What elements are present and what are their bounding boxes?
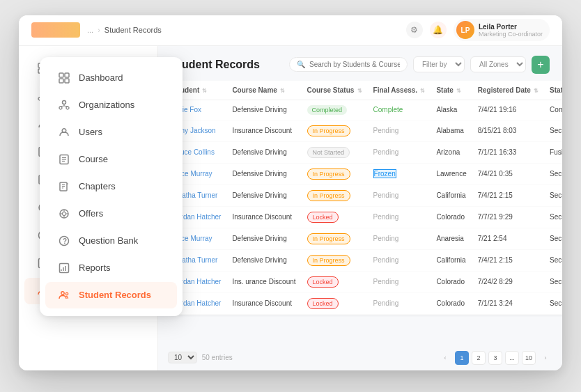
col-header-final-assess.[interactable]: Final Assess. ⇅ [368, 81, 431, 100]
breadcrumb-current: Student Records [104, 26, 162, 34]
breadcrumb-sep: › [98, 26, 100, 34]
table-row: Jordan Hatcher Insurance Discount Locked… [168, 292, 562, 314]
reg-date: 7/4/21 0:35 [472, 163, 544, 185]
course-name: Insurance Discount [226, 120, 301, 141]
status: Security Info Pending [544, 206, 562, 228]
app-wrapper: ... › Student Records ⚙ 🔔 LP Leila Porte… [19, 15, 562, 377]
page-btn-2[interactable]: 2 [472, 351, 486, 365]
final-assess: Pending [368, 292, 431, 314]
reg-date: 7/4/21 2:15 [472, 249, 544, 271]
reg-date: 8/15/21 8:03 [472, 120, 544, 141]
sidebar-item-reports[interactable]: Reports [45, 255, 177, 281]
reg-date: 7/1/21 16:33 [472, 141, 544, 163]
svg-rect-62 [60, 263, 69, 272]
svg-line-42 [61, 106, 64, 107]
course-status: Locked [302, 271, 368, 292]
status: Security Info Pending [544, 228, 562, 249]
course-status: Locked [302, 206, 368, 228]
col-header-course-status[interactable]: Course Status ⇅ [302, 81, 368, 100]
top-bar: ... › Student Records ⚙ 🔔 LP Leila Porte… [19, 15, 562, 46]
filter-by-select[interactable]: Filter by [413, 56, 465, 72]
course-status: Not Started [302, 141, 368, 163]
sidebar-item-question-bank[interactable]: ?Question Bank [45, 228, 177, 254]
col-header-state[interactable]: State ⇅ [431, 81, 472, 100]
sidebar-item-users[interactable]: Users [45, 119, 177, 146]
state: California [431, 249, 472, 271]
svg-text:?: ? [63, 237, 67, 245]
sidebar-item-label-organizations: Organizations [79, 100, 134, 110]
course-status: Locked [302, 292, 368, 314]
status: Security Info Pending [544, 185, 562, 206]
course-name: Defensive Driving [226, 249, 301, 271]
col-header-status[interactable]: Status ⇅ [544, 81, 562, 100]
organizations-icon [58, 99, 70, 111]
svg-rect-35 [65, 73, 69, 77]
course-status: In Progress [302, 120, 368, 141]
svg-point-55 [63, 212, 66, 215]
svg-point-66 [61, 291, 64, 294]
reg-date: 7/7/21 9:29 [472, 206, 544, 228]
search-box[interactable]: 🔍 [289, 57, 408, 72]
pagination-next[interactable]: › [539, 351, 552, 365]
student-records-icon [58, 289, 70, 301]
course-name: Insurance Discount [226, 206, 301, 228]
table-row: Alice Murray Defensive Driving In Progre… [168, 228, 562, 249]
table-wrapper: Student ⇅Course Name ⇅Course Status ⇅Fin… [158, 81, 562, 345]
course-name: Defensive Driving [226, 141, 301, 163]
status: Completed [544, 100, 562, 120]
table-row: Keatha Turner Defensive Driving In Progr… [168, 185, 562, 206]
svg-rect-36 [59, 79, 63, 83]
sidebar-item-chapters[interactable]: Chapters [45, 173, 177, 200]
chapters-icon [58, 180, 70, 193]
per-page-select[interactable]: 10 25 50 [168, 352, 197, 363]
page-btn-1[interactable]: 1 [455, 351, 469, 365]
sidebar-item-label-course: Course [79, 154, 108, 164]
user-info: Leila Porter Marketing Co-ordinator [479, 23, 543, 38]
zones-select[interactable]: All Zones [470, 56, 526, 72]
status: Security Info Pending [544, 163, 562, 185]
col-header-registered-date[interactable]: Registered Date ⇅ [472, 81, 544, 100]
sidebar-item-organizations[interactable]: Organizations [45, 92, 177, 118]
sidebar-item-dashboard[interactable]: Dashboard [45, 65, 177, 91]
page-title: Student Records [171, 58, 260, 71]
table-row: Julie Fox Defensive Driving Completed Co… [168, 100, 562, 120]
add-button[interactable]: + [532, 56, 550, 74]
final-assess: Complete [368, 100, 431, 120]
content-area: Student Records 🔍 Filter by All Zones + [158, 46, 562, 370]
course-status: In Progress [302, 163, 368, 185]
pagination-prev[interactable]: ‹ [438, 351, 452, 365]
col-header-course-name[interactable]: Course Name ⇅ [226, 81, 301, 100]
sidebar-item-course[interactable]: Course [45, 146, 177, 173]
pagination-bar: 10 25 50 50 entries ‹123...10› [158, 345, 562, 370]
course-icon [58, 153, 70, 166]
table-row: Jordan Hatcher Insurance Discount Locked… [168, 206, 562, 228]
total-entries: 50 entries [202, 354, 233, 361]
state: Anaresia [431, 228, 472, 249]
settings-icon-btn[interactable]: ⚙ [406, 22, 423, 38]
reg-date: 7/24/2 8:29 [472, 271, 544, 292]
user-chip[interactable]: LP Leila Porter Marketing Co-ordinator [454, 19, 550, 41]
avatar: LP [456, 21, 474, 39]
status: Security Info Pending [544, 271, 562, 292]
course-name: Defensive Driving [226, 228, 301, 249]
offers-icon [58, 207, 70, 220]
table-row: Alice Murray Defensive Driving In Progre… [168, 163, 562, 185]
svg-point-40 [66, 107, 69, 109]
table-row: Keatha Turner Defensive Driving In Progr… [168, 249, 562, 271]
reg-date: 7/4/21 2:15 [472, 185, 544, 206]
page-btn-10[interactable]: 10 [522, 351, 536, 365]
table-row: Jordan Hatcher Ins. urance Discount Lock… [168, 271, 562, 292]
page-btn-3[interactable]: 3 [488, 351, 502, 365]
final-assess: Frozen [368, 163, 431, 185]
notification-icon-btn[interactable]: 🔔 [430, 22, 447, 38]
sidebar-item-student-records[interactable]: Student Records [45, 282, 177, 308]
search-input[interactable] [309, 61, 400, 68]
page-btn-...[interactable]: ... [505, 351, 519, 365]
svg-point-39 [59, 107, 62, 109]
sidebar-item-offers[interactable]: Offers [45, 201, 177, 227]
final-assess: Pending [368, 206, 431, 228]
sidebar-item-label-reports: Reports [79, 262, 111, 273]
table-row: Tony Jackson Insurance Discount In Progr… [168, 120, 562, 141]
app-logo [31, 22, 80, 38]
sidebar-item-label-offers: Offers [79, 208, 103, 219]
